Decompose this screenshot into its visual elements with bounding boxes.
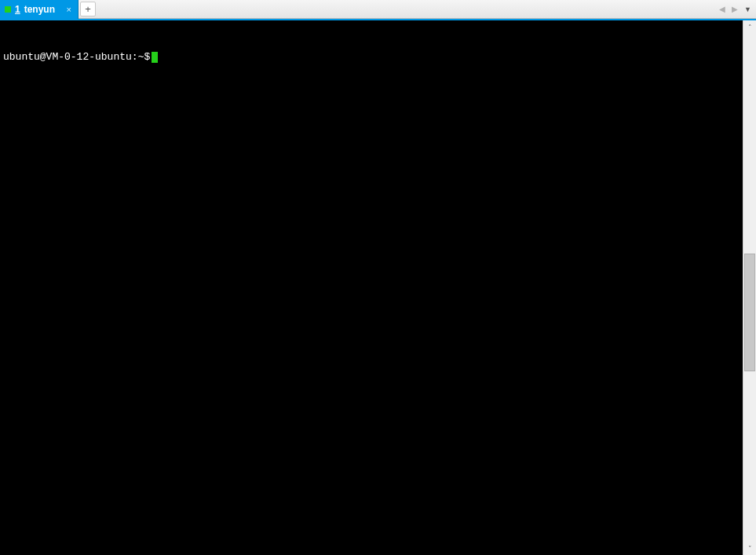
tab-title: tenyun — [24, 4, 55, 15]
connection-status-icon — [5, 6, 11, 13]
tab-bar-controls: ◀ ▶ ▼ — [717, 0, 756, 18]
tab-prev-button[interactable]: ◀ — [717, 3, 728, 15]
tab-close-icon[interactable]: × — [65, 5, 73, 14]
plus-icon: + — [85, 3, 91, 15]
scroll-track[interactable] — [743, 34, 756, 542]
tab-bar: 1 tenyun × + ◀ ▶ ▼ — [0, 0, 756, 19]
tab-number: 1 — [15, 4, 20, 15]
scroll-up-button[interactable]: ˄ — [743, 20, 756, 34]
vertical-scrollbar[interactable]: ˄ ˅ — [743, 20, 756, 555]
tab-menu-button[interactable]: ▼ — [742, 4, 754, 15]
scroll-down-button[interactable]: ˅ — [743, 542, 756, 555]
tab-active[interactable]: 1 tenyun × — [0, 0, 79, 19]
tab-next-button[interactable]: ▶ — [729, 3, 740, 15]
cursor-icon — [152, 52, 158, 63]
prompt-line: ubuntu@VM-0-12-ubuntu:~$ — [3, 50, 740, 64]
terminal-container: ubuntu@VM-0-12-ubuntu:~$ ˄ ˅ — [0, 19, 756, 555]
shell-prompt: ubuntu@VM-0-12-ubuntu:~$ — [3, 50, 150, 64]
new-tab-button[interactable]: + — [80, 2, 96, 16]
terminal[interactable]: ubuntu@VM-0-12-ubuntu:~$ — [0, 20, 743, 555]
scroll-thumb[interactable] — [744, 254, 755, 371]
